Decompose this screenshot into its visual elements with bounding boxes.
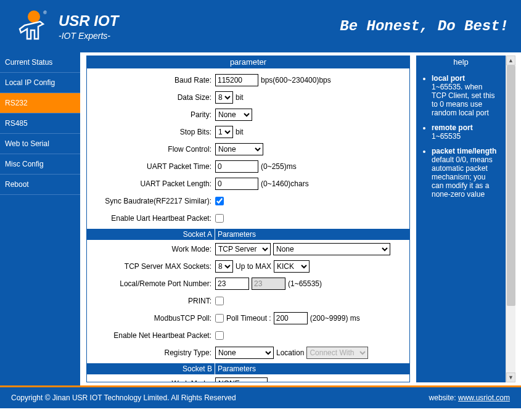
stop-bits-select[interactable]: 1 xyxy=(215,126,233,138)
uart-packet-length-input[interactable] xyxy=(215,178,258,190)
port-label: Local/Remote Port Number: xyxy=(92,279,215,288)
max-sockets-mid: Up to MAX xyxy=(236,262,271,271)
work-mode-a-label: Work Mode: xyxy=(92,245,215,253)
work-mode-a-select[interactable]: TCP Server xyxy=(215,243,271,255)
parity-select[interactable]: None xyxy=(215,109,252,121)
sidebar-item-reboot[interactable]: Reboot xyxy=(0,175,80,195)
stop-bits-label: Stop Bits: xyxy=(92,128,215,136)
sidebar-item-rs485[interactable]: RS485 xyxy=(0,113,80,134)
registry-loc-select: Connect With xyxy=(306,347,368,359)
scrollbar[interactable]: ▲ ▼ xyxy=(506,56,515,382)
data-size-label: Data Size: xyxy=(92,93,215,102)
uart-packet-time-input[interactable] xyxy=(215,160,258,173)
svg-point-0 xyxy=(28,10,40,23)
remote-port-input xyxy=(252,278,285,290)
page-header: ® USR IOT -IOT Experts- Be Honest, Do Be… xyxy=(0,0,521,52)
max-sockets-action-select[interactable]: KICK xyxy=(274,260,310,273)
modbus-hint: (200~9999) ms xyxy=(310,314,360,323)
modbus-checkbox[interactable] xyxy=(215,314,224,323)
sidebar-item-local-ip-config[interactable]: Local IP Config xyxy=(0,73,80,93)
max-sockets-select[interactable]: 8 xyxy=(215,260,233,273)
scroll-down-icon[interactable]: ▼ xyxy=(506,373,515,382)
help-item: packet time/lengthdefault 0/0, means aut… xyxy=(432,147,499,199)
work-mode-b-label: Work Mode: xyxy=(92,379,215,382)
sidebar-item-rs232[interactable]: RS232 xyxy=(0,93,80,113)
uart-heartbeat-label: Enable Uart Heartbeat Packet: xyxy=(92,214,215,223)
panel-body: Baud Rate: bps(600~230400)bps Data Size:… xyxy=(86,68,410,382)
registry-label: Registry Type: xyxy=(92,348,215,357)
sync-baud-label: Sync Baudrate(RF2217 Similar): xyxy=(92,197,215,205)
help-title: help xyxy=(416,56,506,68)
baud-rate-input[interactable] xyxy=(215,74,258,86)
data-size-select[interactable]: 8 xyxy=(215,91,233,104)
website-label: website: xyxy=(429,393,458,402)
print-label: PRINT: xyxy=(92,297,215,305)
copyright-text: Copyright © Jinan USR IOT Technology Lim… xyxy=(11,393,236,402)
local-port-input[interactable] xyxy=(215,278,249,290)
logo-icon: ® xyxy=(12,8,49,45)
work-mode-b-select[interactable]: NONE xyxy=(215,377,268,382)
sync-baud-checkbox[interactable] xyxy=(215,197,224,205)
work-mode-a-select2[interactable]: None xyxy=(273,243,390,255)
modbus-label: ModbusTCP Poll: xyxy=(92,314,215,323)
print-checkbox[interactable] xyxy=(215,297,224,305)
data-size-hint: bit xyxy=(236,93,244,102)
logo-section: ® USR IOT -IOT Experts- xyxy=(12,8,118,45)
registry-loc-label: Location xyxy=(276,348,304,357)
svg-text:®: ® xyxy=(43,10,47,15)
website-link[interactable]: www.usriot.com xyxy=(458,393,510,402)
socket-b-header: Socket B Parameters xyxy=(87,363,409,374)
header-tagline: Be Honest, Do Best! xyxy=(340,18,509,35)
sidebar: Current Status Local IP Config RS232 RS4… xyxy=(0,52,80,385)
net-heartbeat-label: Enable Net Heartbeat Packet: xyxy=(92,331,215,340)
modbus-timeout-input[interactable] xyxy=(274,312,308,324)
scroll-up-icon[interactable]: ▲ xyxy=(506,56,515,65)
sidebar-item-misc-config[interactable]: Misc Config xyxy=(0,154,80,175)
uart-packet-length-hint: (0~1460)chars xyxy=(261,179,309,188)
sidebar-item-current-status[interactable]: Current Status xyxy=(0,52,80,73)
baud-rate-hint: bps(600~230400)bps xyxy=(261,76,331,84)
logo-subtitle: -IOT Experts- xyxy=(59,31,118,41)
panel-title: parameter xyxy=(86,56,410,68)
help-body: local port1~65535. when TCP Client, set … xyxy=(416,68,506,382)
help-item: remote port1~65535 xyxy=(432,123,499,141)
modbus-mid: Poll Timeout : xyxy=(226,314,271,323)
uart-heartbeat-checkbox[interactable] xyxy=(215,214,224,223)
socket-a-header: Socket A Parameters xyxy=(87,229,409,240)
uart-packet-length-label: UART Packet Length: xyxy=(92,179,215,188)
baud-rate-label: Baud Rate: xyxy=(92,76,215,84)
port-hint: (1~65535) xyxy=(288,279,322,288)
net-heartbeat-checkbox[interactable] xyxy=(215,331,224,340)
scroll-thumb[interactable] xyxy=(507,65,515,306)
uart-packet-time-label: UART Packet Time: xyxy=(92,162,215,171)
footer: Copyright © Jinan USR IOT Technology Lim… xyxy=(0,387,521,408)
flow-control-select[interactable]: None xyxy=(215,143,263,155)
sidebar-item-web-to-serial[interactable]: Web to Serial xyxy=(0,134,80,154)
flow-control-label: Flow Control: xyxy=(92,145,215,154)
registry-select[interactable]: None xyxy=(215,347,274,359)
max-sockets-label: TCP Server MAX Sockets: xyxy=(92,262,215,271)
stop-bits-hint: bit xyxy=(236,128,244,136)
help-item: local port1~65535. when TCP Client, set … xyxy=(432,74,499,117)
parity-label: Parity: xyxy=(92,110,215,119)
uart-packet-time-hint: (0~255)ms xyxy=(261,162,297,171)
logo-title: USR IOT xyxy=(59,12,118,30)
